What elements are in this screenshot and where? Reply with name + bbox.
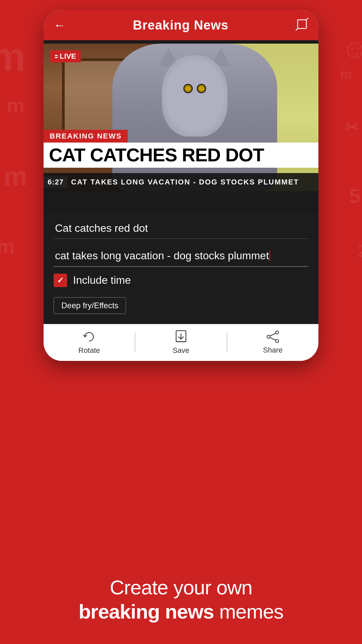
breaking-tag: BREAKING NEWS — [44, 130, 128, 143]
crop-icon[interactable] — [296, 18, 308, 33]
svg-line-9 — [270, 338, 276, 340]
save-icon — [175, 330, 187, 343]
deco-m4: m — [0, 235, 14, 258]
deco-m1: m — [0, 34, 26, 80]
form-area: cat takes long vacation - dog stocks plu… — [44, 211, 318, 324]
ticker-input-text: cat takes long vacation - dog stocks plu… — [55, 250, 269, 262]
deco-m5: m — [340, 67, 352, 82]
rotate-button[interactable]: Rotate — [44, 330, 135, 355]
bottom-toolbar: Rotate Save Share — [44, 324, 318, 361]
svg-point-6 — [267, 335, 270, 338]
news-image: LIVE BREAKING NEWS CAT CATCHES RED DOT 6… — [44, 44, 318, 191]
svg-rect-0 — [298, 20, 306, 29]
rotate-icon — [82, 330, 96, 343]
cat-body — [112, 44, 277, 191]
rotate-label: Rotate — [78, 346, 100, 355]
save-label: Save — [173, 346, 189, 355]
deco-m2: m — [7, 94, 24, 117]
news-overlay: BREAKING NEWS CAT CATCHES RED DOT — [44, 130, 318, 168]
ticker-input-group: cat takes long vacation - dog stocks plu… — [54, 246, 308, 267]
phone-frame: ← Breaking News — [44, 10, 318, 361]
share-icon — [266, 330, 280, 343]
ticker-bar: 6:27 CAT TAKES LONG VACATION - DOG STOCK… — [44, 173, 318, 191]
cat-eyes — [182, 84, 208, 93]
deco-2: 2 — [358, 241, 362, 261]
main-headline: CAT CATCHES RED DOT — [44, 143, 318, 168]
svg-point-5 — [276, 331, 279, 334]
svg-line-1 — [306, 18, 308, 20]
promo-bold-text: breaking news — [78, 600, 214, 623]
deep-fry-button[interactable]: Deep fry/Effects — [54, 297, 126, 314]
dark-filler — [44, 191, 318, 211]
cat-eye-left — [183, 84, 193, 93]
promo-section: Create your own breaking news memes — [0, 576, 362, 624]
page-title: Breaking News — [133, 18, 228, 33]
svg-line-8 — [270, 333, 276, 336]
checkmark-icon: ✓ — [57, 276, 64, 285]
app-header: ← Breaking News — [44, 10, 318, 40]
preview-area: LIVE BREAKING NEWS CAT CATCHES RED DOT 6… — [44, 40, 318, 211]
live-stripes-icon — [55, 55, 58, 58]
deco-face: ☺ — [341, 34, 362, 64]
headline-input[interactable] — [54, 218, 308, 239]
deco-scissors: ✂ — [345, 117, 359, 137]
live-text: LIVE — [60, 52, 76, 61]
promo-line2: breaking news memes — [0, 600, 362, 624]
svg-point-7 — [276, 339, 279, 342]
headline-input-group — [54, 218, 308, 239]
share-label: Share — [263, 346, 283, 355]
deco-5: 5 — [349, 184, 360, 208]
text-cursor — [269, 251, 270, 261]
deco-m3: m — [3, 161, 27, 192]
ticker-input-display[interactable]: cat takes long vacation - dog stocks plu… — [54, 246, 308, 266]
live-badge: LIVE — [50, 50, 81, 62]
promo-light-text: memes — [214, 600, 283, 623]
svg-line-2 — [296, 29, 298, 31]
ticker-time: 6:27 — [44, 176, 68, 188]
promo-line1: Create your own — [0, 576, 362, 600]
share-button[interactable]: Share — [227, 330, 318, 355]
ticker-text: CAT TAKES LONG VACATION - DOG STOCKS PLU… — [71, 178, 299, 186]
cat-eye-right — [197, 84, 206, 93]
cat-face — [162, 55, 228, 137]
include-time-label: Include time — [73, 274, 131, 286]
back-button[interactable]: ← — [54, 18, 66, 32]
include-time-row[interactable]: ✓ Include time — [54, 274, 308, 287]
save-button[interactable]: Save — [135, 330, 227, 355]
include-time-checkbox[interactable]: ✓ — [54, 274, 67, 287]
